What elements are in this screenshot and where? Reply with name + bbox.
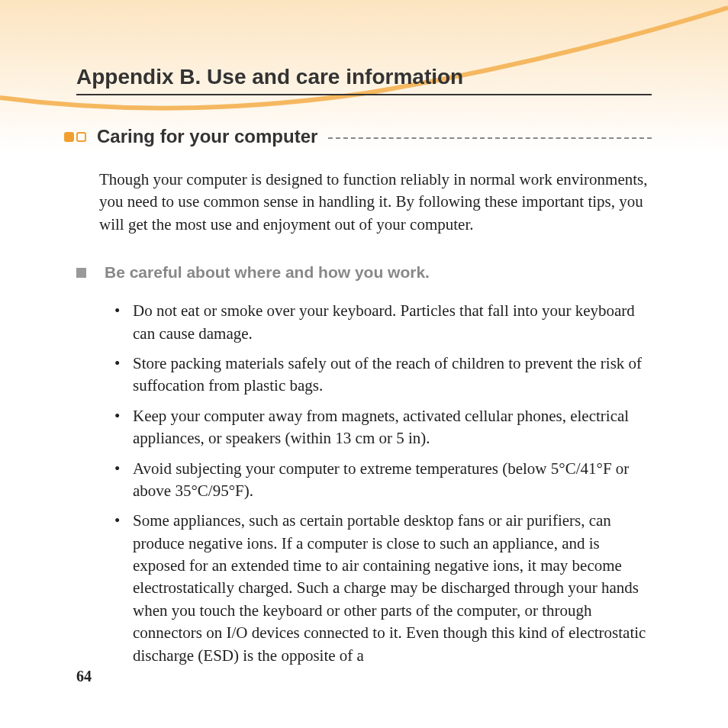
square-bullet-icon [76,268,86,278]
section-title: Caring for your computer [97,126,317,147]
square-filled-icon [64,132,74,142]
list-item: Store packing materials safely out of th… [114,353,652,398]
subsection-title: Be careful about where and how you work. [105,263,430,282]
list-item: Some appliances, such as certain portabl… [114,510,652,667]
section-heading: Caring for your computer [64,126,652,147]
page-number: 64 [76,668,92,685]
page-title: Appendix B. Use and care information [76,65,652,95]
section-intro: Though your computer is designed to func… [99,169,652,236]
list-item: Do not eat or smoke over your keyboard. … [114,300,652,345]
list-item: Keep your computer away from magnets, ac… [114,405,652,450]
subsection-heading: Be careful about where and how you work. [76,263,652,282]
bullet-list: Do not eat or smoke over your keyboard. … [114,300,652,667]
list-item: Avoid subjecting your computer to extrem… [114,458,652,503]
square-outline-icon [76,132,86,142]
page-content: Appendix B. Use and care information Car… [0,0,728,667]
dashed-divider [328,137,652,139]
section-bullet-icon [64,132,86,142]
